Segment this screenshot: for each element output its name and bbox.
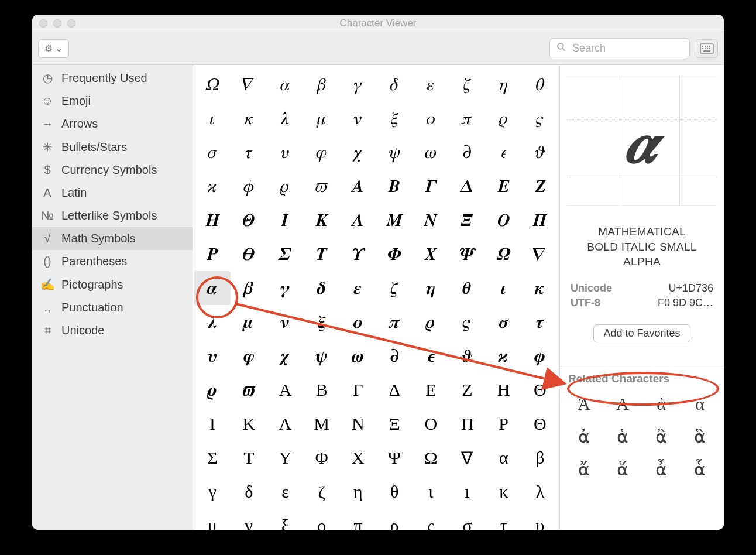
character-cell[interactable]: 𝝏 xyxy=(376,339,413,373)
character-cell[interactable]: 𝝌 xyxy=(267,339,303,373)
sidebar-item[interactable]: ()Parentheses xyxy=(32,250,193,273)
related-character[interactable]: ἇ xyxy=(681,453,719,486)
character-cell[interactable]: Χ xyxy=(340,441,376,475)
character-cell[interactable]: Φ xyxy=(304,441,340,475)
character-cell[interactable]: 𝜙 xyxy=(231,169,267,203)
character-cell[interactable]: Π xyxy=(449,407,485,441)
character-cell[interactable]: Ε xyxy=(413,373,449,407)
character-cell[interactable]: 𝝂 xyxy=(267,305,303,339)
character-cell[interactable]: δ xyxy=(231,475,267,509)
character-cell[interactable]: 𝜋 xyxy=(449,101,485,135)
sidebar-item[interactable]: ✍Pictographs xyxy=(32,273,193,296)
character-cell[interactable]: 𝜸 xyxy=(267,271,303,305)
character-cell[interactable]: 𝝔 xyxy=(194,373,231,407)
character-cell[interactable]: 𝜓 xyxy=(376,135,413,169)
character-cell[interactable]: Θ xyxy=(522,373,558,407)
character-cell[interactable]: 𝜅 xyxy=(231,101,267,135)
character-cell[interactable]: 𝝑 xyxy=(449,339,485,373)
character-cell[interactable]: 𝜩 xyxy=(449,203,485,237)
character-cell[interactable]: μ xyxy=(194,509,231,530)
character-cell[interactable]: ι xyxy=(413,475,449,509)
character-cell[interactable]: 𝜒 xyxy=(340,135,376,169)
character-cell[interactable]: 𝝊 xyxy=(194,339,231,373)
character-cell[interactable]: 𝜿 xyxy=(522,271,558,305)
character-cell[interactable]: 𝜄 xyxy=(194,101,231,135)
character-cell[interactable]: 𝜔 xyxy=(413,135,449,169)
related-character[interactable]: ἆ xyxy=(642,453,681,486)
character-cell[interactable]: 𝜆 xyxy=(267,101,303,135)
character-cell[interactable]: Ρ xyxy=(486,407,522,441)
related-character[interactable]: Α xyxy=(603,388,642,420)
character-cell[interactable]: 𝜛 xyxy=(304,169,340,203)
character-cell[interactable]: 𝜱 xyxy=(376,237,413,271)
character-cell[interactable]: ∇ xyxy=(449,441,485,475)
sidebar-item[interactable]: ALatin xyxy=(32,181,193,204)
search-field[interactable] xyxy=(549,38,690,59)
character-cell[interactable]: 𝜊 xyxy=(413,101,449,135)
character-cell[interactable]: Ζ xyxy=(449,373,485,407)
character-cell[interactable]: Τ xyxy=(231,441,267,475)
character-cell[interactable]: 𝝎 xyxy=(340,339,376,373)
sidebar-item[interactable]: ⌗Unicode xyxy=(32,319,193,342)
character-cell[interactable]: ρ xyxy=(376,509,413,530)
keyboard-toggle-button[interactable] xyxy=(696,39,718,58)
character-cell[interactable]: 𝝓 xyxy=(522,339,558,373)
character-cell[interactable]: 𝛿 xyxy=(376,67,413,101)
character-cell[interactable]: 𝜇 xyxy=(304,101,340,135)
character-cell[interactable]: 𝜡 xyxy=(522,169,558,203)
character-cell[interactable]: 𝜑 xyxy=(304,135,340,169)
character-cell[interactable]: 𝜖 xyxy=(486,135,522,169)
character-cell[interactable]: σ xyxy=(449,509,485,530)
character-cell[interactable]: 𝛼 xyxy=(267,67,303,101)
character-cell[interactable]: 𝝐 xyxy=(413,339,449,373)
character-cell[interactable]: 𝜤 xyxy=(267,203,303,237)
character-cell[interactable]: Β xyxy=(304,373,340,407)
character-cell[interactable]: 𝜐 xyxy=(267,135,303,169)
character-cell[interactable]: 𝜹 xyxy=(304,271,340,305)
character-cell[interactable]: 𝜍 xyxy=(522,101,558,135)
sidebar-item[interactable]: ◷Frequently Used xyxy=(32,66,193,90)
character-cell[interactable]: 𝜠 xyxy=(486,169,522,203)
character-cell[interactable]: 𝜴 xyxy=(486,237,522,271)
character-cell[interactable]: 𝜂 xyxy=(486,67,522,101)
sidebar-item[interactable]: ✳Bullets/Stars xyxy=(32,135,193,159)
character-cell[interactable]: Λ xyxy=(267,407,303,441)
character-cell[interactable]: 𝜟 xyxy=(449,169,485,203)
character-cell[interactable]: υ xyxy=(522,509,558,530)
character-cell[interactable]: 𝜶 xyxy=(194,271,231,305)
character-cell[interactable]: 𝝈 xyxy=(486,305,522,339)
character-cell[interactable]: 𝜮 xyxy=(267,237,303,271)
character-cell[interactable]: 𝜀 xyxy=(413,67,449,101)
character-cell[interactable]: 𝜈 xyxy=(340,101,376,135)
character-cell[interactable]: Δ xyxy=(376,373,413,407)
character-cell[interactable]: Μ xyxy=(304,407,340,441)
sidebar-item[interactable]: →Arrows xyxy=(32,112,193,135)
search-input[interactable] xyxy=(571,42,683,55)
character-cell[interactable]: 𝝒 xyxy=(486,339,522,373)
character-cell[interactable]: 𝜽 xyxy=(449,271,485,305)
sidebar-item[interactable]: ☺Emoji xyxy=(32,90,193,112)
character-cell[interactable]: 𝝅 xyxy=(376,305,413,339)
character-cell[interactable]: 𝜪 xyxy=(486,203,522,237)
character-cell[interactable]: 𝝍 xyxy=(304,339,340,373)
character-cell[interactable]: Ο xyxy=(413,407,449,441)
related-character[interactable]: ἃ xyxy=(681,420,719,453)
character-cell[interactable]: Η xyxy=(486,373,522,407)
character-cell[interactable]: θ xyxy=(376,475,413,509)
character-cell[interactable]: ı xyxy=(449,475,485,509)
character-cell[interactable]: 𝜳 xyxy=(449,237,485,271)
character-cell[interactable]: 𝜘 xyxy=(194,169,231,203)
character-cell[interactable]: 𝜚 xyxy=(267,169,303,203)
character-cell[interactable]: Ψ xyxy=(376,441,413,475)
sidebar-item[interactable]: .,Punctuation xyxy=(32,296,193,319)
zoom-dot[interactable] xyxy=(67,19,75,28)
character-cell[interactable]: π xyxy=(340,509,376,530)
character-cell[interactable]: 𝜫 xyxy=(522,203,558,237)
character-cell[interactable]: 𝛾 xyxy=(340,67,376,101)
character-cell[interactable]: 𝜁 xyxy=(449,67,485,101)
character-cell[interactable]: ε xyxy=(267,475,303,509)
character-cell[interactable]: 𝜨 xyxy=(413,203,449,237)
character-cell[interactable]: 𝜵 xyxy=(522,237,558,271)
character-cell[interactable]: 𝜦 xyxy=(340,203,376,237)
character-cell[interactable]: 𝝕 xyxy=(231,373,267,407)
